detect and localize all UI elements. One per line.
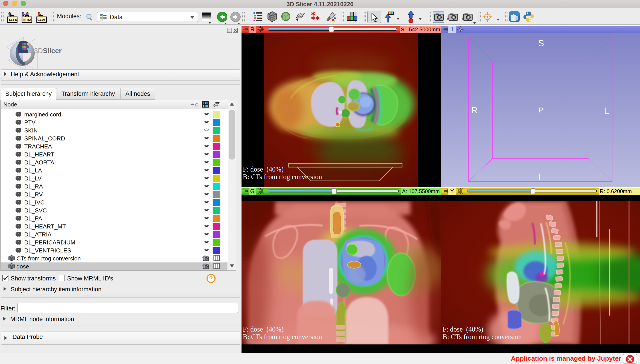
svg-text:SAVE: SAVE — [37, 18, 47, 22]
svg-text:L: L — [604, 106, 609, 116]
svg-text:I: I — [538, 172, 540, 182]
svg-text:R: R — [471, 105, 478, 115]
svg-text:P: P — [539, 106, 543, 114]
svg-text:DATA: DATA — [7, 18, 17, 22]
svg-text:?: ? — [209, 275, 213, 282]
svg-text:DCM: DCM — [23, 18, 31, 22]
svg-text:S: S — [538, 38, 544, 48]
